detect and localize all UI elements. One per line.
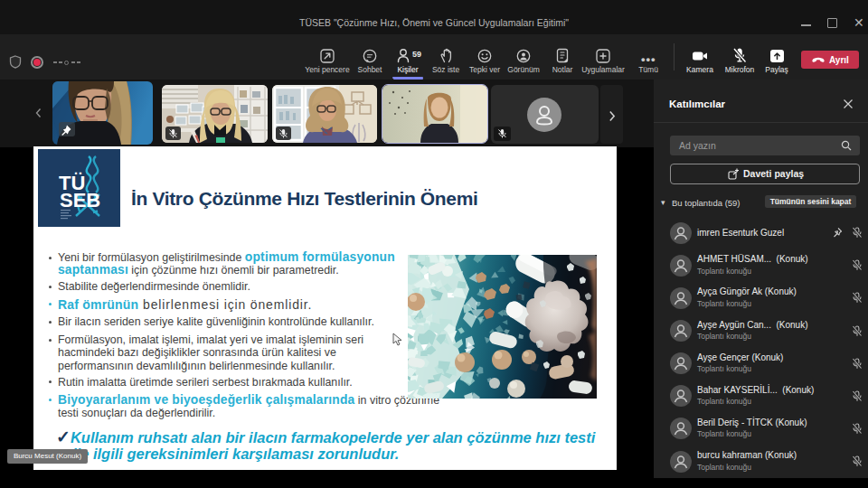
svg-text:SEB: SEB	[60, 189, 100, 211]
